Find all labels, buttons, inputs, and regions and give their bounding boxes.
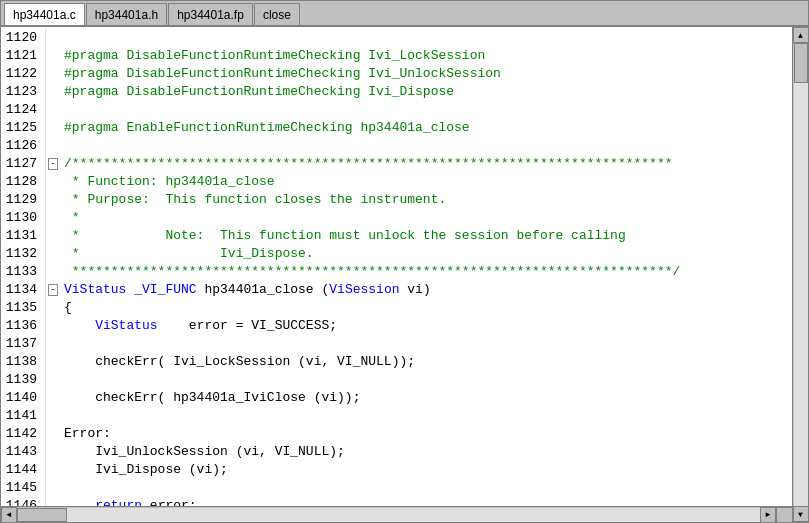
- code-content: Ivi_UnlockSession (vi, VI_NULL);: [60, 443, 792, 461]
- code-line: 1130 *: [1, 209, 792, 227]
- expand-icon: [46, 227, 60, 245]
- scroll-corner: [776, 507, 792, 523]
- code-content: /***************************************…: [60, 155, 792, 173]
- tab-label: hp34401a.fp: [177, 8, 244, 22]
- code-content: [60, 137, 792, 155]
- line-number: 1130: [1, 209, 46, 227]
- line-number: 1142: [1, 425, 46, 443]
- expand-icon: [46, 317, 60, 335]
- line-number: 1124: [1, 101, 46, 119]
- line-number: 1134: [1, 281, 46, 299]
- expand-icon: [46, 443, 60, 461]
- line-number: 1120: [1, 29, 46, 47]
- line-number: 1146: [1, 497, 46, 506]
- line-number: 1140: [1, 389, 46, 407]
- scroll-up-button[interactable]: ▲: [793, 27, 809, 43]
- tab-close-btn[interactable]: close: [254, 3, 300, 25]
- line-number: 1144: [1, 461, 46, 479]
- line-number: 1123: [1, 83, 46, 101]
- expand-icon: [46, 101, 60, 119]
- scroll-track-v[interactable]: [794, 43, 808, 506]
- line-number: 1128: [1, 173, 46, 191]
- line-number: 1131: [1, 227, 46, 245]
- code-line: 1120: [1, 29, 792, 47]
- line-number: 1122: [1, 65, 46, 83]
- code-line: 1129 * Purpose: This function closes the…: [1, 191, 792, 209]
- expand-icon: [46, 173, 60, 191]
- vertical-scrollbar: ▲ ▼: [792, 27, 808, 522]
- code-line: 1131 * Note: This function must unlock t…: [1, 227, 792, 245]
- tab-hp34401a-h[interactable]: hp34401a.h: [86, 3, 167, 25]
- code-line: 1124: [1, 101, 792, 119]
- code-line: 1133 ***********************************…: [1, 263, 792, 281]
- code-line: 1137: [1, 335, 792, 353]
- scroll-track-h[interactable]: [17, 508, 760, 522]
- scroll-right-button[interactable]: ►: [760, 507, 776, 523]
- scroll-left-button[interactable]: ◄: [1, 507, 17, 523]
- code-content: *: [60, 209, 792, 227]
- code-content: #pragma DisableFunctionRuntimeChecking I…: [60, 65, 792, 83]
- code-content: ViStatus _VI_FUNC hp34401a_close (ViSess…: [60, 281, 792, 299]
- line-number: 1145: [1, 479, 46, 497]
- expand-icon: [46, 29, 60, 47]
- code-content: * Function: hp34401a_close: [60, 173, 792, 191]
- expand-icon: [46, 191, 60, 209]
- line-number: 1133: [1, 263, 46, 281]
- tab-bar: hp34401a.c hp34401a.h hp34401a.fp close: [1, 1, 808, 27]
- expand-icon[interactable]: -: [46, 155, 60, 173]
- line-number: 1143: [1, 443, 46, 461]
- code-content: * Purpose: This function closes the inst…: [60, 191, 792, 209]
- expand-icon: [46, 335, 60, 353]
- expand-icon: [46, 389, 60, 407]
- expand-icon: [46, 245, 60, 263]
- code-line: 1128 * Function: hp34401a_close: [1, 173, 792, 191]
- code-line: 1135{: [1, 299, 792, 317]
- line-number: 1121: [1, 47, 46, 65]
- tab-hp34401a-c[interactable]: hp34401a.c: [4, 3, 85, 25]
- tab-hp34401a-fp[interactable]: hp34401a.fp: [168, 3, 253, 25]
- code-content: #pragma DisableFunctionRuntimeChecking I…: [60, 83, 792, 101]
- code-content: {: [60, 299, 792, 317]
- tab-label: hp34401a.h: [95, 8, 158, 22]
- line-number: 1125: [1, 119, 46, 137]
- line-number: 1126: [1, 137, 46, 155]
- code-content: [60, 335, 792, 353]
- expand-icon: [46, 263, 60, 281]
- scroll-thumb-h[interactable]: [17, 508, 67, 522]
- code-line: 1121#pragma DisableFunctionRuntimeChecki…: [1, 47, 792, 65]
- code-content: [60, 479, 792, 497]
- code-line: 1145: [1, 479, 792, 497]
- code-area[interactable]: 11201121#pragma DisableFunctionRuntimeCh…: [1, 27, 792, 506]
- code-line: 1132 * Ivi_Dispose.: [1, 245, 792, 263]
- editor-container: 11201121#pragma DisableFunctionRuntimeCh…: [1, 27, 808, 522]
- code-content: [60, 407, 792, 425]
- expand-icon: [46, 479, 60, 497]
- line-number: 1137: [1, 335, 46, 353]
- code-content: #pragma EnableFunctionRuntimeChecking hp…: [60, 119, 792, 137]
- code-line: 1142Error:: [1, 425, 792, 443]
- scroll-down-button[interactable]: ▼: [793, 506, 809, 522]
- expand-icon: [46, 425, 60, 443]
- code-content: ****************************************…: [60, 263, 792, 281]
- horizontal-scrollbar: ◄ ►: [1, 506, 792, 522]
- code-content: Ivi_Dispose (vi);: [60, 461, 792, 479]
- expand-icon[interactable]: -: [46, 281, 60, 299]
- line-number: 1139: [1, 371, 46, 389]
- line-number: 1129: [1, 191, 46, 209]
- line-number: 1135: [1, 299, 46, 317]
- expand-icon: [46, 83, 60, 101]
- expand-icon: [46, 209, 60, 227]
- code-line: 1141: [1, 407, 792, 425]
- code-content: ViStatus error = VI_SUCCESS;: [60, 317, 792, 335]
- code-content: * Note: This function must unlock the se…: [60, 227, 792, 245]
- code-line: 1125#pragma EnableFunctionRuntimeCheckin…: [1, 119, 792, 137]
- expand-icon: [46, 119, 60, 137]
- code-line: 1138 checkErr( Ivi_LockSession (vi, VI_N…: [1, 353, 792, 371]
- code-content: [60, 101, 792, 119]
- expand-icon: [46, 137, 60, 155]
- scroll-thumb-v[interactable]: [794, 43, 808, 83]
- code-content: checkErr( hp34401a_IviClose (vi));: [60, 389, 792, 407]
- expand-icon: [46, 497, 60, 506]
- expand-icon: [46, 299, 60, 317]
- code-line: 1134-ViStatus _VI_FUNC hp34401a_close (V…: [1, 281, 792, 299]
